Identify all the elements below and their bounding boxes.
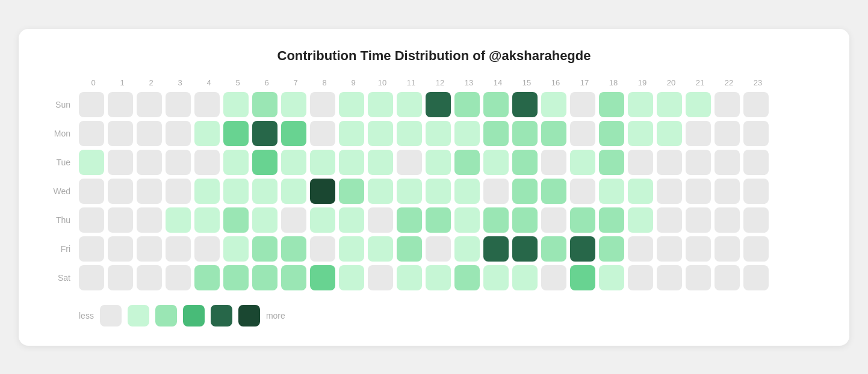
- legend-cell: [128, 305, 149, 326]
- heatmap-cell: [397, 150, 422, 175]
- heatmap-cell: [194, 121, 220, 146]
- heatmap-cell: [368, 265, 393, 290]
- hour-label: 23: [743, 78, 772, 87]
- heatmap-cell: [339, 236, 364, 262]
- heatmap-cell: [686, 150, 711, 175]
- heatmap-cell: [310, 236, 335, 262]
- legend-cell: [155, 305, 177, 326]
- heatmap-cell: [368, 236, 393, 262]
- heatmap-cell: [339, 179, 364, 204]
- heatmap-cell: [310, 179, 335, 204]
- legend-cell: [238, 305, 260, 326]
- heatmap-cell: [108, 179, 133, 204]
- heatmap-cell: [628, 121, 653, 146]
- heatmap-cell: [686, 265, 711, 290]
- heatmap-cell: [252, 92, 277, 117]
- heatmap-cell: [252, 265, 277, 290]
- heatmap-cell: [454, 265, 480, 290]
- heatmap-cell: [454, 121, 480, 146]
- heatmap-cell: [166, 207, 191, 233]
- hour-label: 11: [397, 78, 426, 87]
- hour-label: 16: [541, 78, 570, 87]
- heatmap-cell: [166, 121, 191, 146]
- chart-title: Contribution Time Distribution of @aksha…: [43, 48, 825, 64]
- heatmap-cell: [657, 207, 682, 233]
- heatmap-cell: [194, 179, 220, 204]
- chart-card: Contribution Time Distribution of @aksha…: [19, 29, 849, 346]
- cells-row: [79, 236, 769, 262]
- heatmap-cell: [657, 121, 682, 146]
- heatmap-cell: [599, 236, 624, 262]
- heatmap-cell: [743, 150, 769, 175]
- heatmap-cell: [628, 92, 653, 117]
- grid-row: Tue: [43, 150, 825, 175]
- heatmap-cell: [166, 179, 191, 204]
- heatmap-cell: [512, 92, 538, 117]
- heatmap-cell: [252, 207, 277, 233]
- legend-less-label: less: [79, 311, 94, 320]
- heatmap-cell: [223, 207, 249, 233]
- heatmap-cell: [137, 150, 162, 175]
- heatmap-cell: [397, 121, 422, 146]
- heatmap-cell: [339, 265, 364, 290]
- heatmap-cell: [281, 236, 306, 262]
- heatmap-cell: [570, 150, 595, 175]
- heatmap-cell: [223, 179, 249, 204]
- heatmap-cell: [541, 207, 566, 233]
- heatmap-cell: [628, 207, 653, 233]
- heatmap-cell: [686, 236, 711, 262]
- heatmap-cell: [599, 150, 624, 175]
- hour-label: 13: [454, 78, 483, 87]
- heatmap-cell: [137, 236, 162, 262]
- hour-label: 2: [137, 78, 166, 87]
- heatmap-cell: [426, 179, 451, 204]
- heatmap-cell: [483, 265, 509, 290]
- heatmap-cell: [743, 207, 769, 233]
- legend-cell: [211, 305, 232, 326]
- heatmap-cell: [281, 121, 306, 146]
- heatmap-cell: [137, 179, 162, 204]
- heatmap-cell: [657, 150, 682, 175]
- grid-row: Mon: [43, 121, 825, 146]
- hour-label: 4: [194, 78, 223, 87]
- heatmap-cell: [599, 121, 624, 146]
- heatmap-cell: [223, 150, 249, 175]
- heatmap-cell: [166, 236, 191, 262]
- cells-row: [79, 150, 769, 175]
- heatmap-cell: [454, 92, 480, 117]
- heatmap-cell: [426, 207, 451, 233]
- heatmap-cell: [454, 236, 480, 262]
- grid-rows: SunMonTueWedThuFriSat: [43, 92, 825, 290]
- heatmap-cell: [426, 150, 451, 175]
- hour-label: 3: [166, 78, 194, 87]
- heatmap-cell: [570, 121, 595, 146]
- heatmap-cell: [223, 92, 249, 117]
- heatmap-cell: [310, 150, 335, 175]
- heatmap-cell: [281, 92, 306, 117]
- heatmap-cell: [108, 150, 133, 175]
- hour-label: 0: [79, 78, 108, 87]
- heatmap-cell: [715, 236, 740, 262]
- grid-row: Wed: [43, 179, 825, 204]
- heatmap-cell: [166, 92, 191, 117]
- heatmap-cell: [108, 236, 133, 262]
- hour-label: 10: [368, 78, 397, 87]
- heatmap-cell: [194, 207, 220, 233]
- hour-label: 1: [108, 78, 137, 87]
- heatmap-cell: [137, 207, 162, 233]
- hour-label: 20: [657, 78, 686, 87]
- heatmap-cell: [137, 92, 162, 117]
- heatmap-cell: [628, 265, 653, 290]
- heatmap-cell: [657, 236, 682, 262]
- heatmap-cell: [252, 150, 277, 175]
- heatmap-cell: [339, 92, 364, 117]
- heatmap-cell: [79, 121, 104, 146]
- hour-label: 15: [512, 78, 541, 87]
- heatmap-cell: [397, 265, 422, 290]
- heatmap-cell: [368, 150, 393, 175]
- heatmap-cell: [281, 265, 306, 290]
- heatmap-cell: [137, 265, 162, 290]
- grid-row: Sun: [43, 92, 825, 117]
- heatmap-cell: [108, 207, 133, 233]
- heatmap-cell: [541, 179, 566, 204]
